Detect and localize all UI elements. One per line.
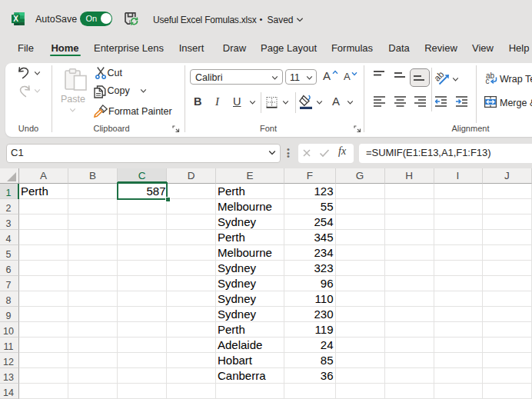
svg-text:c: c bbox=[486, 77, 490, 85]
svg-text:X: X bbox=[13, 15, 18, 23]
